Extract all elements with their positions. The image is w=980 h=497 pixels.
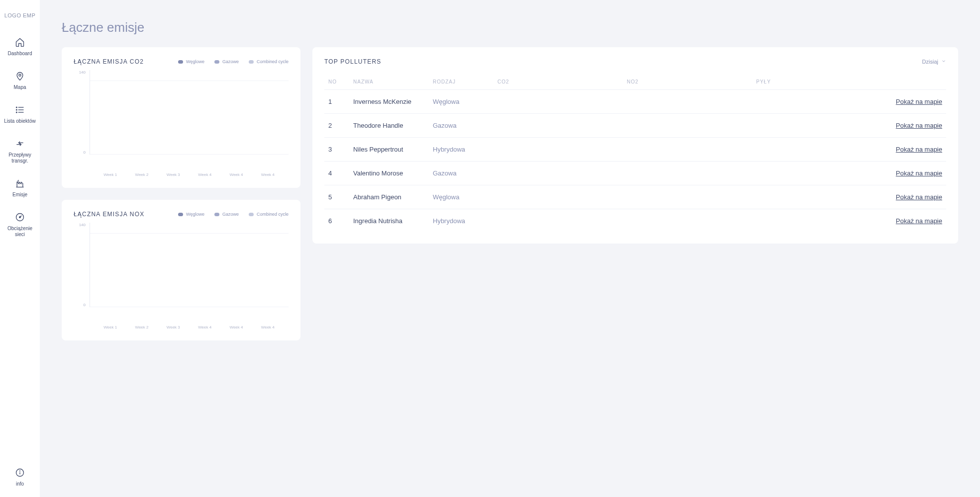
y-axis-tick: 0 (84, 303, 86, 307)
svg-point-5 (16, 109, 17, 110)
sidebar-item-label: Lista obiektów (4, 118, 35, 124)
x-axis-label: Week 4 (260, 325, 275, 330)
flows-icon (14, 138, 25, 149)
pin-icon (14, 71, 25, 82)
main-content: Łączne emisje ŁĄCZNA EMISJA CO2 Węglowe … (40, 0, 980, 497)
legend-item: Combined cycle (249, 59, 289, 64)
info-icon (14, 467, 25, 478)
chart-body: 1400 (74, 223, 289, 322)
x-axis-label: Week 3 (166, 325, 181, 330)
chart-legend: Węglowe Gazowe Combined cycle (178, 59, 289, 64)
plot-area (90, 70, 289, 155)
x-axis-label: Week 2 (134, 172, 149, 177)
cell-kind: Węglowa (429, 185, 493, 209)
svg-point-11 (20, 471, 20, 471)
y-axis-tick: 0 (84, 150, 86, 155)
legend-dot-icon (249, 213, 254, 216)
th-no2: NO2 (623, 74, 752, 90)
charts-column: ŁĄCZNA EMISJA CO2 Węglowe Gazowe Combine… (62, 47, 300, 340)
cell-name: Inverness McKenzie (349, 90, 429, 114)
legend-item: Combined cycle (249, 212, 289, 217)
table-row: 4 Valentino Morose Gazowa Pokaż na mapie (324, 162, 946, 185)
x-axis-label: Week 1 (103, 172, 118, 177)
cell-no2 (623, 162, 752, 185)
chart-title: ŁĄCZNA EMISJA NOX (74, 211, 144, 218)
polluters-card: TOP POLLUTERS Dzisiaj NO NAZWA RODZAJ CO… (312, 47, 958, 244)
sidebar: LOGO EMP Dashboard Mapa Lista obiektów P… (0, 0, 40, 497)
cell-kind: Gazowa (429, 114, 493, 138)
timerange-dropdown[interactable]: Dzisiaj (922, 59, 946, 65)
cell-name: Abraham Pigeon (349, 185, 429, 209)
x-axis-label: Week 3 (166, 172, 181, 177)
sidebar-item-list[interactable]: Lista obiektów (0, 104, 40, 124)
show-on-map-link[interactable]: Pokaż na mapie (882, 162, 946, 185)
page-title: Łączne emisje (62, 20, 958, 35)
nav-items: Dashboard Mapa Lista obiektów Przepływy … (0, 37, 40, 251)
show-on-map-link[interactable]: Pokaż na mapie (882, 138, 946, 162)
chart-body: 1400 (74, 70, 289, 169)
legend-dot-icon (178, 213, 183, 216)
list-icon (14, 104, 25, 115)
sidebar-item-home[interactable]: Dashboard (0, 37, 40, 57)
app-logo: LOGO EMP (4, 12, 36, 19)
sidebar-item-info[interactable]: info (0, 467, 40, 487)
cell-no2 (623, 185, 752, 209)
y-axis-tick: 140 (79, 223, 86, 227)
cell-pyly (752, 138, 882, 162)
legend-item: Gazowe (214, 59, 239, 64)
legend-label: Gazowe (222, 212, 239, 217)
gridline (90, 307, 289, 307)
cell-no: 5 (324, 185, 349, 209)
svg-point-0 (19, 75, 21, 77)
cell-no: 6 (324, 209, 349, 233)
sidebar-item-pin[interactable]: Mapa (0, 71, 40, 90)
cell-pyly (752, 185, 882, 209)
cell-no: 4 (324, 162, 349, 185)
dropdown-label: Dzisiaj (922, 59, 938, 65)
cell-no: 1 (324, 90, 349, 114)
legend-dot-icon (249, 60, 254, 64)
th-no: NO (324, 74, 349, 90)
legend-dot-icon (178, 60, 183, 64)
table-row: 2 Theodore Handle Gazowa Pokaż na mapie (324, 114, 946, 138)
chevron-down-icon (941, 59, 946, 65)
sidebar-item-label: Przepływy transgr. (3, 152, 37, 164)
x-axis-label: Week 4 (197, 172, 212, 177)
sidebar-item-label: Dashboard (8, 51, 32, 57)
legend-item: Węglowe (178, 59, 204, 64)
bars-container (90, 70, 289, 154)
y-axis: 1400 (74, 70, 90, 155)
cell-pyly (752, 162, 882, 185)
cell-pyly (752, 209, 882, 233)
legend-label: Combined cycle (257, 59, 289, 64)
cell-kind: Hybrydowa (429, 209, 493, 233)
show-on-map-link[interactable]: Pokaż na mapie (882, 90, 946, 114)
cell-kind: Węglowa (429, 90, 493, 114)
sidebar-item-label: Mapa (13, 84, 26, 90)
legend-dot-icon (214, 60, 219, 64)
cell-co2 (493, 90, 623, 114)
bars-container (90, 223, 289, 307)
cell-no2 (623, 209, 752, 233)
svg-point-6 (16, 112, 17, 113)
show-on-map-link[interactable]: Pokaż na mapie (882, 114, 946, 138)
sidebar-item-flows[interactable]: Przepływy transgr. (0, 138, 40, 164)
plot-area (90, 223, 289, 307)
svg-point-4 (16, 107, 17, 108)
legend-item: Gazowe (214, 212, 239, 217)
x-axis-label: Week 1 (103, 325, 118, 330)
cell-name: Valentino Morose (349, 162, 429, 185)
cell-no2 (623, 138, 752, 162)
th-pyly: PYŁY (752, 74, 882, 90)
x-axis-label: Week 2 (134, 325, 149, 330)
sidebar-item-gauge[interactable]: Obciążenie sieci (0, 212, 40, 238)
svg-point-8 (19, 217, 21, 218)
show-on-map-link[interactable]: Pokaż na mapie (882, 209, 946, 233)
x-axis: Week 1Week 2Week 3Week 4Week 4Week 4 (90, 325, 289, 330)
show-on-map-link[interactable]: Pokaż na mapie (882, 185, 946, 209)
cell-co2 (493, 114, 623, 138)
legend-label: Gazowe (222, 59, 239, 64)
legend-item: Węglowe (178, 212, 204, 217)
cell-kind: Hybrydowa (429, 138, 493, 162)
sidebar-item-plant[interactable]: Emisje (0, 178, 40, 198)
